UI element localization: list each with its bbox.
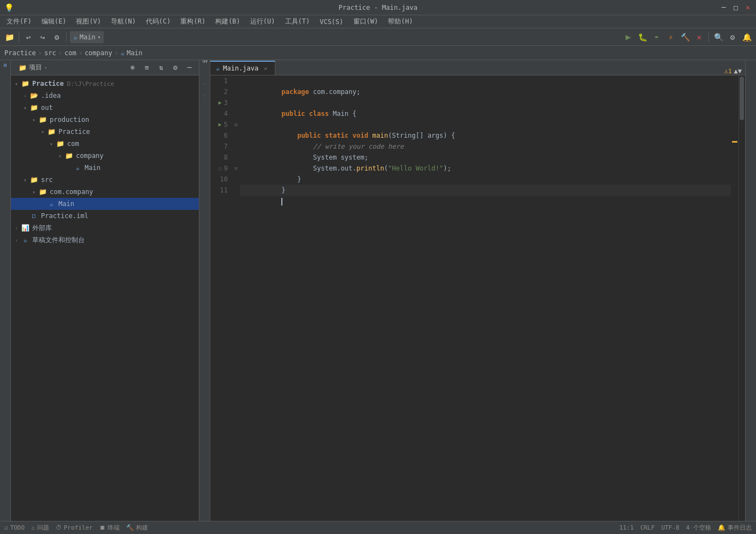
tree-item-practice-out[interactable]: ▾ 📁 Practice: [11, 126, 199, 138]
run-button[interactable]: ▶: [622, 31, 634, 43]
breadcrumb-main-label[interactable]: Main: [127, 49, 143, 57]
status-cursor-pos[interactable]: 11:1: [619, 524, 634, 531]
menu-tools[interactable]: 工具(T): [281, 16, 315, 27]
fold-gutter-9[interactable]: ⊟: [232, 163, 240, 174]
maximize-button[interactable]: □: [732, 4, 740, 11]
breadcrumb-main[interactable]: ☕: [121, 49, 125, 57]
menu-navigate[interactable]: 导航(N): [107, 16, 140, 27]
status-build[interactable]: 🔨 构建: [126, 524, 148, 532]
breadcrumb-com[interactable]: com: [64, 49, 76, 57]
tree-item-src[interactable]: ▾ 📁 src: [11, 174, 199, 186]
build-button[interactable]: 🔨: [679, 31, 691, 43]
tree-item-company-out[interactable]: ▾ 📁 company: [11, 150, 199, 162]
left-icon-project[interactable]: ≡: [2, 63, 9, 67]
tree-label-com-out: com: [67, 140, 79, 148]
status-indent[interactable]: 4 个空格: [686, 524, 711, 532]
menu-file[interactable]: 文件(F): [2, 16, 36, 27]
status-terminal[interactable]: ⏹ 终端: [99, 524, 120, 532]
panel-settings[interactable]: ⚙: [169, 62, 181, 74]
menu-help[interactable]: 帮助(H): [383, 16, 417, 27]
vert-tab-2[interactable]: [204, 73, 206, 85]
fold-gutter-6: [232, 130, 240, 141]
search-everywhere-button[interactable]: 🔍: [712, 31, 724, 43]
menu-build[interactable]: 构建(B): [211, 16, 245, 27]
status-profiler[interactable]: ⏱ Profiler: [56, 524, 93, 531]
pkg-name: com.company;: [309, 88, 361, 96]
breadcrumb-company[interactable]: company: [85, 49, 113, 57]
window-title: Practice - Main.java: [339, 4, 418, 11]
minimize-button[interactable]: ─: [720, 4, 728, 11]
tab-close-button[interactable]: ✕: [262, 64, 269, 72]
fold-gutter-7: [232, 141, 240, 152]
toolbar-sep-2: [66, 32, 67, 42]
status-encoding[interactable]: UTF-8: [662, 524, 680, 531]
panel-hide[interactable]: ─: [184, 62, 196, 74]
toolbar-open-recent[interactable]: 📁: [3, 31, 15, 43]
update-button[interactable]: 🔔: [741, 31, 753, 43]
menu-edit[interactable]: 编辑(E): [37, 16, 71, 27]
panel-tab-project[interactable]: 📁 项目 ▾: [14, 62, 51, 73]
tree-label-com-company: com.company: [50, 188, 93, 196]
menu-view[interactable]: 视图(V): [72, 16, 105, 27]
fold-indicator-9[interactable]: ◯: [218, 163, 221, 174]
menu-refactor[interactable]: 重构(R): [176, 16, 210, 27]
status-todo[interactable]: ☑ TODO: [4, 524, 25, 531]
editor-tab-main[interactable]: ☕ Main.java ✕: [210, 61, 275, 75]
breadcrumb-src[interactable]: src: [44, 49, 56, 57]
main-toolbar: 📁 ↩ ↪ ⚙ ☕ Main ▾ ▶ 🐛 ☂ ⚡ 🔨 ✕ 🔍 ⚙ 🔔: [0, 28, 756, 46]
build-cancel-button[interactable]: ✕: [693, 31, 705, 43]
panel-fold-all[interactable]: ⊕: [127, 62, 139, 74]
warning-nav-up[interactable]: ▲: [734, 67, 738, 75]
warning-nav-down[interactable]: ▼: [738, 67, 742, 75]
tree-item-scratch[interactable]: › ☕ 草稿文件和控制台: [11, 234, 199, 246]
run-gutter-5[interactable]: ▶: [218, 119, 222, 130]
panel-sort[interactable]: ⇅: [155, 62, 167, 74]
panel-collapse-all[interactable]: ≡: [141, 62, 153, 74]
profile-button[interactable]: ⚡: [665, 31, 677, 43]
vert-tab-structure[interactable]: 结构: [200, 62, 210, 73]
vertical-scrollbar[interactable]: [739, 75, 745, 521]
vert-tab-3[interactable]: [204, 85, 206, 96]
status-problems[interactable]: ⚠ 问题: [31, 524, 49, 532]
tree-item-extern-libs[interactable]: › 📊 外部库: [11, 222, 199, 234]
profiler-label: Profiler: [64, 524, 93, 531]
tree-item-com-out[interactable]: ▾ 📁 com: [11, 138, 199, 150]
status-event-log[interactable]: 🔔 事件日志: [718, 524, 752, 532]
tree-item-practice-root[interactable]: ▾ 📁 Practice D:\J\Practice: [11, 78, 199, 90]
run-config-dropdown[interactable]: ☕ Main ▾: [70, 31, 104, 43]
tree-item-com-company[interactable]: ▾ 📁 com.company: [11, 186, 199, 198]
toolbar-redo[interactable]: ↪: [37, 31, 49, 43]
menu-code[interactable]: 代码(C): [141, 16, 175, 27]
fold-icon-9[interactable]: ⊟: [234, 166, 237, 171]
tree-item-out[interactable]: ▾ 📁 out: [11, 102, 199, 114]
run-gutter-3[interactable]: ▶: [218, 97, 222, 108]
status-right: 11:1 CRLF UTF-8 4 个空格 🔔 事件日志: [619, 524, 752, 532]
coverage-button[interactable]: ☂: [651, 31, 663, 43]
code-content[interactable]: package com.company; public class Main {…: [240, 75, 731, 521]
menu-run[interactable]: 运行(U): [246, 16, 280, 27]
toolbar-undo[interactable]: ↩: [22, 31, 34, 43]
dropdown-arrow-icon: ▾: [98, 34, 101, 40]
tree-label-iml: Practice.iml: [41, 212, 88, 220]
tree-item-main-out[interactable]: › ☕ Main: [11, 162, 199, 174]
fold-icon-5[interactable]: ⊟: [234, 122, 237, 127]
scrollbar-thumb[interactable]: [740, 77, 744, 120]
tree-item-main-src[interactable]: › ☕ Main: [11, 198, 199, 210]
toolbar-settings[interactable]: ⚙: [51, 31, 63, 43]
tree-item-production[interactable]: ▾ 📁 production: [11, 114, 199, 126]
menu-window[interactable]: 窗口(W): [349, 16, 383, 27]
status-line-ending[interactable]: CRLF: [640, 524, 655, 531]
code-line-11: [240, 185, 731, 196]
settings-button[interactable]: ⚙: [727, 31, 739, 43]
tree-item-practice-iml[interactable]: › 🗋 Practice.iml: [11, 210, 199, 222]
fold-gutter-5[interactable]: ⊟: [232, 119, 240, 130]
debug-button[interactable]: 🐛: [636, 31, 648, 43]
tree-item-idea[interactable]: › 📂 .idea: [11, 90, 199, 102]
close-button[interactable]: ✕: [744, 4, 752, 11]
code-editor[interactable]: 1 2 ▶ 3 4 ▶ 5 6 7 8 ◯ 9 10 11: [210, 75, 745, 521]
main-area: ≡ 📁 项目 ▾ ⊕ ≡ ⇅ ⚙ ─ ▾ 📁 Practice D:\J\Pra…: [0, 60, 756, 521]
menu-vcs[interactable]: VCS(S): [315, 17, 347, 27]
tree-label-main-src: Main: [58, 200, 74, 208]
breadcrumb-practice[interactable]: Practice: [4, 49, 36, 57]
fold-gutter-1: [232, 75, 240, 86]
